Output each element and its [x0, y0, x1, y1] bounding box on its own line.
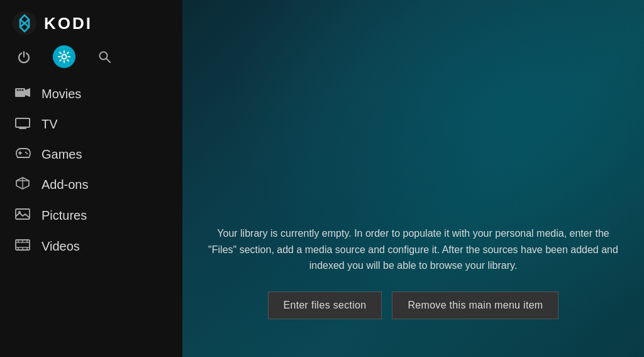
svg-point-4	[62, 55, 67, 59]
svg-marker-8	[25, 88, 30, 97]
sidebar-item-pictures-label: Pictures	[42, 208, 87, 223]
sidebar-item-pictures[interactable]: Pictures	[0, 200, 182, 231]
svg-point-10	[19, 89, 21, 91]
app-header: KODI	[0, 0, 182, 43]
svg-point-18	[26, 153, 28, 154]
app-title: KODI	[44, 14, 92, 33]
power-button[interactable]	[13, 45, 35, 68]
sidebar-item-tv[interactable]: TV	[0, 109, 182, 140]
addons-icon	[15, 177, 30, 193]
library-empty-message: Your library is currently empty. In orde…	[199, 225, 627, 274]
svg-point-9	[17, 89, 19, 91]
sidebar-menu: Movies TV	[0, 77, 182, 357]
sidebar-item-games-label: Games	[42, 147, 82, 162]
sidebar-item-movies[interactable]: Movies	[0, 79, 182, 109]
videos-icon	[15, 239, 30, 254]
svg-rect-12	[16, 118, 30, 127]
sidebar-item-addons[interactable]: Add-ons	[0, 169, 182, 200]
games-icon	[15, 147, 30, 162]
top-icons-row	[0, 43, 182, 77]
svg-point-11	[22, 89, 24, 91]
enter-files-button[interactable]: Enter files section	[268, 292, 382, 319]
sidebar-item-addons-label: Add-ons	[42, 178, 89, 192]
movies-icon	[15, 87, 30, 101]
sidebar-item-tv-label: TV	[42, 117, 58, 132]
search-button[interactable]	[93, 45, 116, 68]
content-inner: Your library is currently empty. In orde…	[199, 225, 627, 319]
kodi-logo-icon	[13, 11, 36, 35]
tv-icon	[15, 116, 30, 132]
sidebar-item-movies-label: Movies	[42, 87, 81, 101]
svg-line-6	[106, 59, 110, 62]
remove-menu-item-button[interactable]: Remove this main menu item	[392, 292, 558, 319]
sidebar-item-games[interactable]: Games	[0, 140, 182, 169]
sidebar-item-videos[interactable]: Videos	[0, 231, 182, 262]
sidebar: KODI	[0, 0, 182, 357]
sidebar-item-videos-label: Videos	[42, 239, 80, 254]
svg-point-17	[25, 152, 26, 153]
pictures-icon	[15, 208, 30, 224]
settings-button[interactable]	[53, 45, 75, 68]
action-buttons: Enter files section Remove this main men…	[268, 292, 559, 319]
main-content: Your library is currently empty. In orde…	[182, 0, 644, 357]
